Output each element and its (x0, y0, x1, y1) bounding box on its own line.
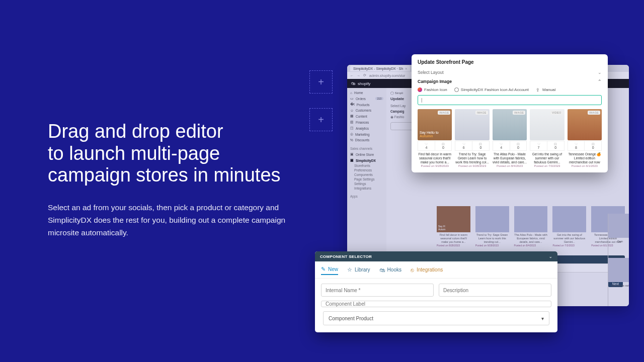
media-badge: VIDEO (550, 111, 563, 115)
nav-customers[interactable]: ☺ Customers (348, 108, 385, 113)
source-tab-manual[interactable]: ⇪Manual (536, 87, 555, 92)
popover-title: Update Storefront Page (418, 59, 602, 65)
subnav-preferences[interactable]: Preferences (348, 168, 385, 172)
shopify-brand: shopify (358, 81, 370, 86)
search-wrap (418, 95, 602, 105)
source-tabs: Fashion Icon SimplicityDX Fashion Icon A… (418, 86, 602, 95)
source-tab-instagram[interactable]: Fashion Icon (418, 87, 447, 92)
component-selector-tabs: ✎New ☆Library 🛍Hooks ⎋Integrations (315, 261, 557, 279)
subnav-storefronts[interactable]: Storefronts (348, 163, 385, 168)
back-icon[interactable]: ← (350, 74, 354, 77)
description-input[interactable] (439, 284, 551, 297)
source-tab-ad-account[interactable]: SimplicityDX Fashion Icon Ad Account (454, 87, 529, 92)
nav-simplicitydx[interactable]: ▣ SimplicityDX (348, 157, 385, 163)
card-thumb: IMAGE (493, 109, 527, 140)
card-date: Posted on 9/28/2023 (418, 164, 452, 167)
decorative-plus-box: + (309, 108, 333, 131)
select-layout-row[interactable]: Select Layout ⌄ (418, 68, 602, 77)
media-badge: IMAGE (513, 111, 525, 115)
image-card-grid: IMAGE Say Hello toAutumn ♡4 ⊟0 Find fall… (418, 109, 602, 167)
card-thumb: IMAGE (568, 109, 602, 140)
component-label-input[interactable] (321, 301, 551, 307)
image-card[interactable]: VIDEO ♡7⊟0 Get into the swing of summer … (530, 109, 564, 167)
card-thumb: VIDEO (530, 109, 564, 140)
close-tab-icon[interactable]: × (405, 67, 407, 70)
shopify-icon: 🛍 (351, 81, 355, 86)
card-title: Find fall decor in warm seasonal colors … (418, 152, 452, 164)
chevron-down-icon: ⌄ (598, 70, 602, 75)
card-thumb: IMAGE (455, 109, 489, 140)
nav-discounts[interactable]: % Discounts (348, 137, 385, 143)
image-card[interactable]: IMAGE Say Hello toAutumn ♡4 ⊟0 Find fall… (418, 109, 452, 167)
subnav-page-settings[interactable]: Page Settings (348, 177, 385, 182)
card-thumb: IMAGE Say Hello toAutumn (418, 109, 452, 140)
nav-marketing[interactable]: ◎ Marketing (348, 131, 385, 137)
decorative-plus-box: + (309, 70, 333, 94)
browser-tab[interactable]: SimplicityDX - SimplicityDX · Sh × (350, 65, 410, 71)
media-badge: IMAGE (438, 111, 450, 115)
update-storefront-popover: Update Storefront Page Select Layout ⌄ C… (412, 54, 608, 172)
star-icon: ☆ (347, 266, 352, 273)
nav-analytics[interactable]: ◫ Analytics (348, 125, 385, 131)
media-badge: IMAGE (588, 111, 600, 115)
chevron-down-icon: ⌄ (549, 254, 552, 259)
image-card[interactable]: IMAGE ♡8⊟0 Tennessee Orange 🍊 Limited ed… (568, 109, 602, 167)
nav-finances[interactable]: ▥ Finances (348, 119, 385, 125)
image-card[interactable]: IMAGE ♡6⊟0 Trend to Try: Sage Green Lear… (455, 109, 489, 167)
search-input[interactable] (418, 95, 602, 105)
tab-integrations[interactable]: ⎋Integrations (411, 264, 443, 275)
subnav-settings[interactable]: Settings (348, 182, 385, 186)
heart-icon: ♡ (425, 142, 428, 146)
sidebar-section-apps: Apps (348, 194, 385, 199)
component-selector-panel: COMPONENT SELECTOR ⌄ ✎New ☆Library 🛍Hook… (315, 251, 557, 332)
instagram-icon (418, 87, 422, 92)
tab-hooks[interactable]: 🛍Hooks (379, 264, 401, 275)
internal-name-input[interactable] (321, 284, 434, 297)
nav-online-store[interactable]: ▣ Online Store (348, 151, 385, 157)
nav-home[interactable]: ⌂ Home (348, 90, 385, 96)
integrations-icon: ⎋ (411, 267, 414, 273)
ghost-card[interactable]: Get into the swing of summer with our fa… (552, 206, 586, 302)
orders-badge: 213 (375, 97, 383, 100)
nav-products[interactable]: �t Products (348, 102, 385, 108)
tab-new[interactable]: ✎New (321, 264, 338, 275)
hero-text: Drag and drop editor to launch multi-pag… (48, 121, 299, 239)
bag-icon: 🛍 (379, 267, 385, 273)
subnav-integrations[interactable]: Integrations (348, 186, 385, 191)
pencil-icon: ✎ (321, 266, 326, 273)
nav-orders[interactable]: ▭ Orders213 (348, 96, 385, 102)
url-text[interactable]: admin.shopify.com/stor (369, 74, 405, 77)
hero-subtext: Select an ad from your socials, then pic… (48, 202, 299, 239)
upload-icon: ⇪ (536, 87, 540, 92)
tab-title: SimplicityDX - SimplicityDX · Sh (353, 67, 403, 70)
nav-content[interactable]: ▦ Content (348, 113, 385, 119)
chevron-down-icon: ▾ (541, 316, 544, 321)
campaign-image-row[interactable]: Campaign Image ⌃ (418, 77, 602, 86)
tab-library[interactable]: ☆Library (347, 264, 370, 275)
forward-icon[interactable]: → (357, 74, 360, 77)
hero-heading: Drag and drop editor to launch multi-pag… (48, 121, 299, 187)
media-badge: IMAGE (475, 111, 488, 115)
card-stats: ♡4 ⊟0 (418, 141, 452, 151)
reload-icon[interactable]: ⟳ (363, 73, 366, 77)
comment-icon: ⊟ (442, 142, 445, 146)
target-icon (454, 87, 459, 92)
right-preview-strip: Gem Get into the swi (608, 214, 629, 306)
component-product-select[interactable]: Component Product ▾ (323, 311, 549, 325)
chevron-up-icon: ⌃ (598, 79, 602, 84)
image-card[interactable]: IMAGE ♡4⊟0 The Atlas Polo - Made with Eu… (493, 109, 527, 167)
sidebar-section-sales: Sales channels (348, 146, 385, 151)
component-form: Component Product ▾ (315, 279, 557, 332)
component-selector-header[interactable]: COMPONENT SELECTOR ⌄ (315, 251, 557, 261)
subnav-components[interactable]: Components (348, 172, 385, 177)
